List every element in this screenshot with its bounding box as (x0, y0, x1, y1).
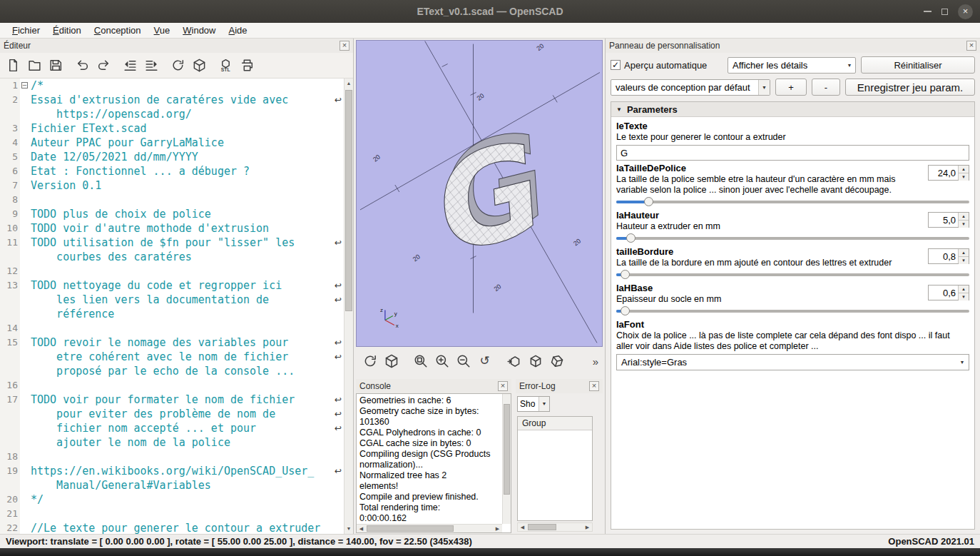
code-line[interactable]: 20*/ (0, 492, 344, 507)
param-spinbox[interactable]: 0,6▲▼ (928, 285, 969, 300)
fold-gutter[interactable]: – (20, 79, 29, 93)
code-line[interactable]: https://openscad.org/ (0, 107, 344, 121)
spin-down-icon[interactable]: ▼ (959, 221, 969, 228)
code-line[interactable]: 8 (0, 193, 344, 207)
code-line[interactable]: 2Essai d'extrusion de caratéres vide ave… (0, 93, 344, 107)
scroll-right-icon[interactable]: ▶ (583, 523, 592, 531)
code-line[interactable]: etre cohérent avec le nom de fichier↩ (0, 350, 344, 364)
code-line[interactable]: 21 (0, 507, 344, 521)
scroll-left-icon[interactable]: ◀ (357, 525, 366, 532)
code-line[interactable]: 15TODO revoir le nomage des variables po… (0, 335, 344, 350)
code-line[interactable]: 12 (0, 264, 344, 278)
spin-down-icon[interactable]: ▼ (959, 257, 969, 264)
code-line[interactable]: les lien vers la documentation de↩ (0, 293, 344, 307)
code-line[interactable]: 10TODO voir d'autre mothode d'extrusion (0, 221, 344, 236)
code-line[interactable]: 11TODO utilisation de $fn pour "lisser" … (0, 236, 344, 250)
console-output[interactable]: Geometries in cache: 6Geometry cache siz… (356, 393, 511, 533)
scrollbar-thumb[interactable] (345, 90, 352, 311)
code-line[interactable]: pour eviter des problème de nom de↩ (0, 407, 344, 421)
menu-fichier[interactable]: Fichier (6, 25, 46, 36)
scroll-left-icon[interactable]: ◀ (518, 523, 527, 531)
parameters-group-header[interactable]: ▼ Parameters (611, 102, 974, 117)
code-line[interactable]: 17TODO voir pour formater le nom de fich… (0, 393, 344, 407)
zoom-in-button[interactable] (432, 352, 451, 371)
param-spinbox[interactable]: 0,8▲▼ (928, 248, 969, 264)
reset-button[interactable]: Réinitialiser (861, 56, 975, 74)
param-slider[interactable] (616, 233, 969, 243)
errorlog-close-icon[interactable]: × (589, 381, 599, 391)
code-editor[interactable]: 1–/*2Essai d'extrusion de caratéres vide… (0, 79, 353, 534)
param-value[interactable]: 0,8 (929, 249, 958, 263)
spin-up-icon[interactable]: ▲ (959, 166, 969, 173)
code-line[interactable]: Manual/General#Variables (0, 478, 344, 492)
minimize-icon[interactable] (924, 11, 931, 12)
auto-preview-checkbox[interactable]: ✓ Aperçu automatique (611, 60, 707, 71)
remove-preset-button[interactable]: - (812, 79, 840, 96)
spin-down-icon[interactable]: ▼ (959, 293, 969, 300)
close-icon[interactable]: × (958, 4, 973, 19)
add-preset-button[interactable]: + (775, 79, 807, 96)
code-line[interactable]: 7Version 0.1 (0, 178, 344, 193)
code-line[interactable]: fichier nom accepté ... et pour↩ (0, 421, 344, 435)
code-line[interactable]: 6Etat : Fonctionnel ... a débuger ? (0, 164, 344, 178)
errorlog-filter-dropdown[interactable]: Sho ▼ (517, 396, 550, 412)
slider-handle[interactable] (621, 270, 630, 279)
view-diagonal-button[interactable] (547, 352, 566, 371)
menu-aide[interactable]: Aide (222, 25, 253, 36)
spin-up-icon[interactable]: ▲ (959, 213, 969, 221)
scroll-down-icon[interactable]: ▼ (344, 524, 353, 534)
param-spinbox[interactable]: 24,0▲▼ (928, 165, 969, 181)
print-3d-button[interactable] (237, 55, 257, 76)
param-slider[interactable] (616, 269, 969, 280)
code-line[interactable]: 5Date 12/05/2021 dd/mm/YYYY (0, 150, 344, 164)
code-line[interactable]: 3Fichier EText.scad (0, 121, 344, 136)
spin-down-icon[interactable]: ▼ (959, 173, 969, 181)
3d-viewport[interactable]: 20 20 20 20 20 20 G G G (356, 40, 603, 347)
slider-handle[interactable] (626, 233, 636, 243)
maximize-icon[interactable] (941, 9, 948, 15)
export-stl-button[interactable]: STL (215, 55, 236, 76)
view-top-button[interactable] (526, 352, 545, 371)
param-slider[interactable] (616, 305, 969, 316)
errorlog-hscrollbar[interactable]: ◀ ▶ (517, 522, 593, 532)
spin-up-icon[interactable]: ▲ (959, 285, 969, 293)
checkbox-check-icon[interactable]: ✓ (611, 60, 621, 70)
code-line[interactable]: 16 (0, 378, 344, 393)
code-line[interactable]: référence (0, 307, 344, 321)
param-text-input[interactable]: G (616, 145, 969, 161)
scroll-up-icon[interactable]: ▲ (344, 79, 353, 89)
console-vscrollbar[interactable] (502, 394, 511, 524)
view-render-button[interactable] (382, 352, 401, 371)
save-preset-button[interactable]: Enregistrer jeu param. (845, 79, 975, 96)
menu-window[interactable]: Window (176, 25, 222, 36)
param-slider[interactable] (616, 196, 969, 207)
code-line[interactable]: proposé par le echo de la console ... (0, 364, 344, 378)
param-value[interactable]: 24,0 (929, 166, 958, 180)
slider-handle[interactable] (621, 306, 630, 315)
save-file-button[interactable] (46, 55, 66, 76)
code-line[interactable]: 14 (0, 321, 344, 335)
indent-button[interactable] (141, 55, 162, 76)
code-line[interactable]: courbes des caratéres (0, 250, 344, 264)
scroll-right-icon[interactable]: ▶ (493, 525, 502, 532)
render-button[interactable] (189, 55, 210, 76)
console-close-icon[interactable]: × (498, 381, 508, 391)
code-line[interactable]: 19https://en.wikibooks.org/wiki/OpenSCAD… (0, 464, 344, 478)
editor-scrollbar[interactable]: ▲ ▼ (344, 79, 353, 534)
code-line[interactable]: 13TODO nettoyage du code et regropper ic… (0, 278, 344, 293)
param-font-select[interactable]: Arial:style=Gras▼ (616, 354, 969, 370)
param-value[interactable]: 0,6 (929, 285, 958, 300)
code-line[interactable]: 1–/* (0, 79, 344, 93)
zoom-out-button[interactable] (454, 352, 473, 371)
view-preview-button[interactable] (360, 352, 379, 371)
show-details-dropdown[interactable]: Afficher les détails ▼ (728, 57, 856, 74)
reset-view-button[interactable]: ↺ (475, 352, 494, 371)
menu-conception[interactable]: Conception (88, 25, 148, 36)
param-value[interactable]: 5,0 (929, 213, 958, 227)
code-line[interactable]: 18 (0, 450, 344, 464)
code-line[interactable]: 9TODO plus de choix de police (0, 207, 344, 221)
menu-édition[interactable]: Édition (46, 25, 88, 36)
view-right-button[interactable] (504, 352, 524, 371)
preset-dropdown[interactable]: valeurs de conception par défaut ▼ (611, 79, 770, 96)
unindent-button[interactable] (120, 55, 141, 76)
